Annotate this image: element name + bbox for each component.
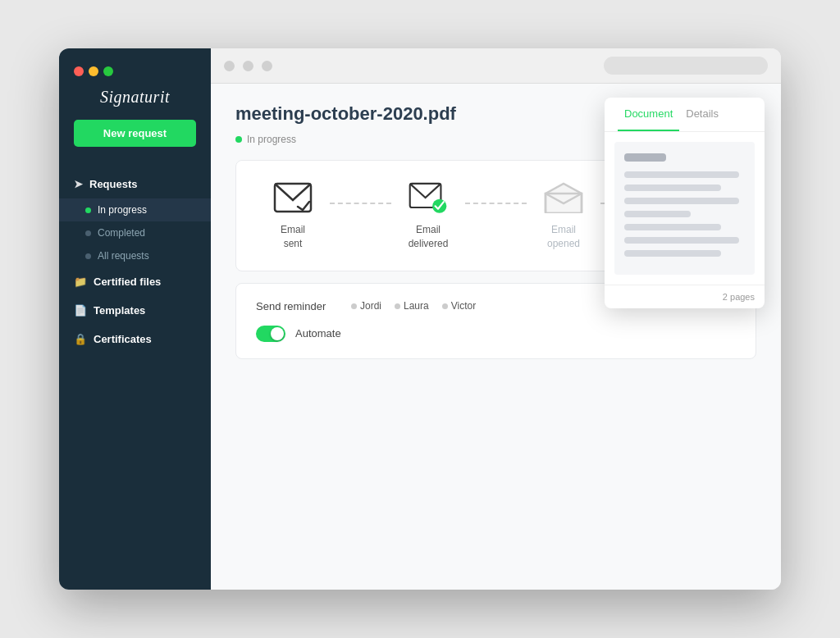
doc-page bbox=[614, 142, 755, 275]
address-bar[interactable] bbox=[604, 57, 768, 75]
app-logo: Signaturit bbox=[100, 88, 170, 107]
browser-back-button[interactable] bbox=[224, 61, 235, 71]
connector-2 bbox=[465, 203, 527, 204]
sidebar-nav: ➤ Requests In progress Completed All req… bbox=[59, 162, 211, 573]
browser-forward-button[interactable] bbox=[243, 61, 253, 71]
email-sent-icon bbox=[270, 180, 316, 215]
recipient-dot bbox=[351, 303, 357, 309]
automate-toggle[interactable] bbox=[256, 326, 285, 342]
sidebar: Signaturit New request ➤ Requests In pro… bbox=[59, 48, 211, 590]
recipient-dot bbox=[442, 303, 448, 309]
toggle-knob bbox=[271, 327, 284, 340]
sidebar-item-requests[interactable]: ➤ Requests bbox=[59, 170, 211, 198]
doc-line bbox=[624, 250, 721, 257]
maximize-window-button[interactable] bbox=[103, 66, 113, 76]
mac-window: Signaturit New request ➤ Requests In pro… bbox=[59, 48, 781, 590]
inactive-dot bbox=[85, 253, 91, 259]
doc-line bbox=[624, 224, 721, 230]
step-email-sent-label: Emailsent bbox=[281, 223, 305, 251]
step-email-delivered: Emaildelivered bbox=[391, 180, 465, 251]
step-email-opened-label: Emailopened bbox=[547, 223, 580, 251]
doc-line-header bbox=[624, 153, 666, 162]
sidebar-item-templates[interactable]: 📄 Templates bbox=[59, 296, 211, 325]
step-email-delivered-label: Emaildelivered bbox=[409, 223, 449, 251]
automate-label: Automate bbox=[295, 327, 341, 340]
active-dot bbox=[85, 207, 91, 213]
document-preview bbox=[605, 132, 765, 285]
sidebar-header: Signaturit New request bbox=[59, 48, 211, 162]
email-delivered-icon bbox=[405, 180, 451, 215]
sidebar-item-completed[interactable]: Completed bbox=[59, 221, 211, 244]
sidebar-item-certified-files[interactable]: 📁 Certified files bbox=[59, 267, 211, 296]
doc-line bbox=[624, 211, 691, 217]
certificates-icon: 🔒 bbox=[74, 333, 87, 345]
browser-bar bbox=[211, 48, 781, 84]
close-window-button[interactable] bbox=[74, 66, 84, 76]
requests-icon: ➤ bbox=[74, 178, 83, 190]
step-email-opened: Emailopened bbox=[527, 180, 600, 251]
document-footer: 2 pages bbox=[605, 285, 765, 308]
templates-icon: 📄 bbox=[74, 304, 87, 317]
doc-line bbox=[624, 237, 739, 244]
sidebar-item-all-requests[interactable]: All requests bbox=[59, 244, 211, 267]
sidebar-item-certificates[interactable]: 🔒 Certificates bbox=[59, 325, 211, 353]
status-badge: In progress bbox=[235, 134, 296, 145]
doc-line bbox=[624, 185, 721, 191]
connector-1 bbox=[330, 203, 391, 204]
minimize-window-button[interactable] bbox=[89, 66, 98, 76]
inactive-dot bbox=[85, 230, 91, 236]
doc-line bbox=[624, 171, 739, 178]
automate-row: Automate bbox=[256, 326, 736, 342]
email-opened-icon bbox=[541, 180, 587, 215]
document-preview-panel: Document Details 2 pages bbox=[605, 98, 765, 308]
recipient-jordi: Jordi bbox=[351, 300, 381, 312]
sidebar-item-in-progress[interactable]: In progress bbox=[59, 198, 211, 221]
tab-details[interactable]: Details bbox=[679, 98, 725, 131]
certified-files-icon: 📁 bbox=[74, 276, 87, 288]
step-email-sent: Emailsent bbox=[256, 180, 330, 251]
traffic-lights bbox=[74, 66, 113, 76]
document-tabs: Document Details bbox=[605, 98, 765, 132]
new-request-button[interactable]: New request bbox=[74, 120, 196, 147]
tab-document[interactable]: Document bbox=[618, 98, 679, 131]
doc-line bbox=[624, 198, 739, 204]
reminder-label: Send reminder bbox=[256, 300, 338, 312]
browser-refresh-button[interactable] bbox=[262, 61, 272, 71]
recipient-dot bbox=[395, 303, 400, 309]
recipient-laura: Laura bbox=[395, 300, 429, 312]
status-dot bbox=[235, 136, 242, 143]
recipient-victor: Victor bbox=[442, 300, 476, 312]
